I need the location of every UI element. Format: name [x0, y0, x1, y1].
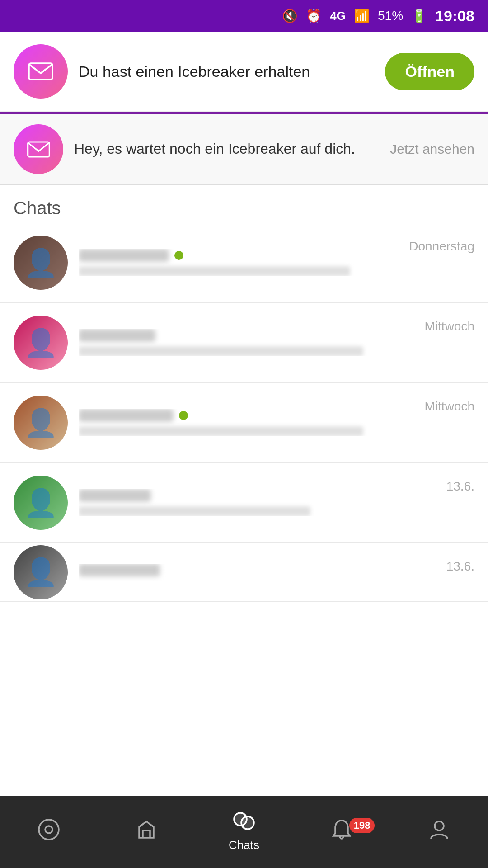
- avatar: 👤: [14, 545, 68, 599]
- chat-message-blurred: [79, 346, 363, 356]
- chat-item[interactable]: 👤 13.6.: [0, 463, 488, 543]
- chats-nav-label: Chats: [229, 838, 259, 852]
- chat-item[interactable]: 👤 Donnerstag: [0, 223, 488, 303]
- chat-time: Donnerstag: [409, 236, 474, 254]
- chat-message-blurred: [79, 506, 310, 516]
- person-icon: 👤: [24, 487, 58, 519]
- battery-percent: 51%: [378, 9, 403, 23]
- chat-time: 13.6.: [446, 476, 474, 494]
- battery-icon: 🔋: [411, 9, 427, 24]
- nav-discover[interactable]: [0, 818, 98, 841]
- notification-banner-2: Hey, es wartet noch ein Icebreaker auf d…: [0, 112, 488, 185]
- chat-name-blurred: [79, 489, 151, 502]
- svg-point-3: [45, 826, 52, 833]
- notification-mail-icon-2: [14, 124, 63, 174]
- chats-icon: [230, 807, 258, 835]
- network-4g-icon: 4G: [330, 9, 346, 23]
- chat-list: 👤 Donnerstag 👤 Mittwoch 👤: [0, 223, 488, 602]
- bottom-navigation: Chats 198: [0, 796, 488, 868]
- notification-text-2: Hey, es wartet noch ein Icebreaker auf d…: [74, 140, 379, 159]
- discover-icon: [37, 818, 61, 841]
- likes-icon: [135, 818, 158, 841]
- chat-content: [79, 249, 398, 276]
- nav-likes[interactable]: [98, 818, 195, 841]
- svg-rect-1: [28, 142, 49, 157]
- person-icon: 👤: [24, 327, 58, 359]
- person-icon: 👤: [24, 556, 58, 588]
- online-indicator: [179, 411, 188, 420]
- chat-name-blurred: [79, 329, 155, 342]
- status-time: 19:08: [435, 7, 474, 25]
- chat-time: 13.6.: [446, 556, 474, 574]
- mute-icon: 🔇: [282, 9, 298, 24]
- chat-name-blurred: [79, 249, 169, 262]
- chat-content: [79, 409, 414, 436]
- view-now-link[interactable]: Jetzt ansehen: [390, 142, 474, 157]
- notification-banner-1: Du hast einen Icebreaker erhalten Öffnen: [0, 32, 488, 112]
- svg-rect-0: [29, 63, 52, 80]
- chat-item[interactable]: 👤 Mittwoch: [0, 303, 488, 383]
- chat-item[interactable]: 👤 13.6.: [0, 543, 488, 602]
- chat-message-blurred: [79, 426, 363, 436]
- svg-point-8: [435, 821, 444, 830]
- chat-content: [79, 329, 414, 356]
- notification-badge: 198: [349, 818, 375, 833]
- chats-section-title: Chats: [14, 198, 61, 218]
- chat-content: [79, 489, 436, 516]
- nav-profile[interactable]: [390, 818, 488, 841]
- chat-message-blurred: [79, 266, 350, 276]
- notification-text-1: Du hast einen Icebreaker erhalten: [79, 61, 374, 81]
- svg-point-2: [39, 820, 59, 840]
- alarm-icon: ⏰: [306, 9, 322, 24]
- nav-chats[interactable]: Chats: [195, 807, 293, 852]
- chat-item[interactable]: 👤 Mittwoch: [0, 383, 488, 463]
- person-icon: 👤: [24, 247, 58, 279]
- avatar: 👤: [14, 396, 68, 450]
- chat-name-blurred: [79, 564, 160, 576]
- online-indicator: [174, 251, 183, 260]
- nav-notifications[interactable]: 198: [293, 818, 390, 841]
- open-button[interactable]: Öffnen: [385, 53, 474, 90]
- avatar: 👤: [14, 476, 68, 530]
- avatar: 👤: [14, 236, 68, 290]
- avatar: 👤: [14, 316, 68, 370]
- chat-name-blurred: [79, 409, 174, 422]
- chat-time: Mittwoch: [425, 316, 474, 334]
- chat-content: [79, 564, 436, 581]
- person-icon: 👤: [24, 407, 58, 439]
- profile-icon: [427, 818, 451, 841]
- chats-section-header: Chats: [0, 185, 488, 223]
- status-bar: 🔇 ⏰ 4G 📶 51% 🔋 19:08: [0, 0, 488, 32]
- chat-time: Mittwoch: [425, 396, 474, 414]
- signal-icon: 📶: [354, 9, 370, 24]
- notification-mail-icon-1: [14, 44, 68, 99]
- svg-point-7: [241, 816, 254, 829]
